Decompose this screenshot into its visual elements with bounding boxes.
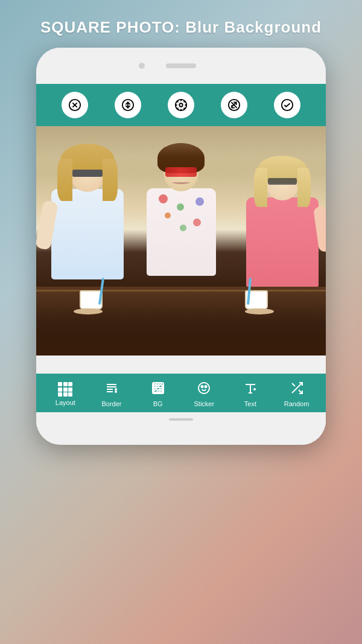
flip-button[interactable] <box>115 92 141 118</box>
layout-icon <box>58 382 72 397</box>
random-icon <box>290 381 304 398</box>
cancel-button[interactable] <box>62 92 88 118</box>
svg-point-27 <box>198 383 209 394</box>
sticker-label: Sticker <box>194 400 214 407</box>
photo-scene <box>36 126 326 355</box>
home-bar <box>169 418 193 421</box>
confirm-button[interactable] <box>274 92 300 118</box>
svg-line-33 <box>292 383 295 386</box>
crop-button[interactable] <box>221 92 247 118</box>
bg-label: BG <box>153 400 163 407</box>
phone-camera <box>139 63 145 69</box>
sticker-icon <box>197 381 211 398</box>
svg-point-5 <box>179 103 183 107</box>
home-indicator <box>36 412 326 427</box>
text-icon <box>243 381 258 398</box>
border-label: Border <box>101 400 121 407</box>
layout-button[interactable]: Layout <box>47 382 83 406</box>
settings-button[interactable] <box>168 92 194 118</box>
border-icon <box>104 381 119 398</box>
bottom-toolbar: Layout Border <box>36 374 326 412</box>
top-toolbar <box>36 84 326 126</box>
svg-point-11 <box>115 388 117 391</box>
svg-point-29 <box>205 386 207 387</box>
sticker-button[interactable]: Sticker <box>186 381 222 407</box>
text-label: Text <box>244 400 256 407</box>
phone-gap <box>36 355 326 374</box>
svg-line-26 <box>162 392 164 394</box>
phone-speaker <box>166 63 196 68</box>
random-button[interactable]: Random <box>279 381 315 407</box>
svg-point-28 <box>202 386 203 387</box>
layout-label: Layout <box>56 399 75 406</box>
phone-frame: Layout Border <box>36 48 326 445</box>
text-button[interactable]: Text <box>232 381 268 407</box>
random-label: Random <box>284 400 310 407</box>
page-title: SQUARE PHOTO: Blur Background <box>40 18 322 37</box>
border-button[interactable]: Border <box>94 381 130 407</box>
photo-display <box>36 126 326 355</box>
bg-button[interactable]: BG <box>140 381 176 407</box>
svg-point-13 <box>115 391 117 393</box>
bg-icon <box>151 381 165 398</box>
phone-top-bar <box>36 48 326 84</box>
